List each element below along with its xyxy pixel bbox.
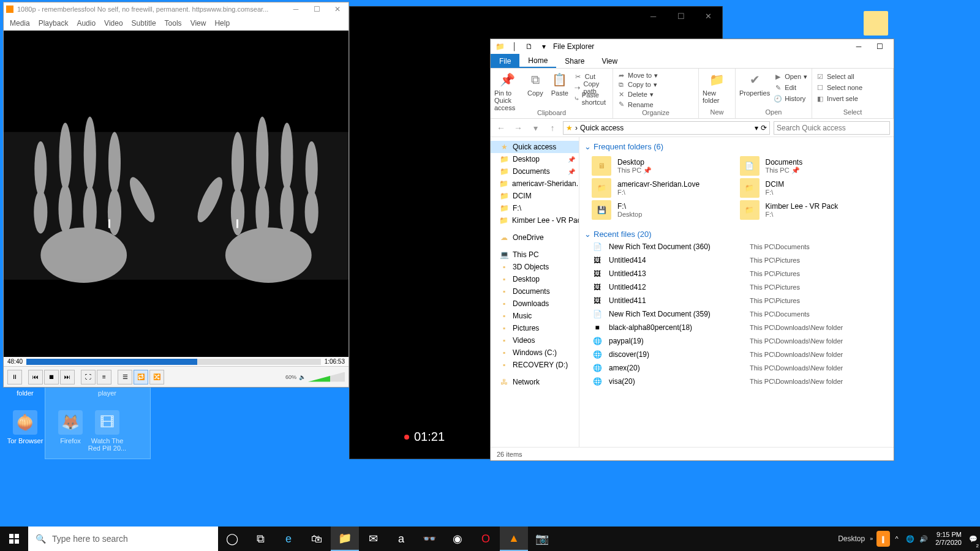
open-button[interactable]: ▶Open ▾ [774, 71, 807, 82]
camera-icon[interactable]: 📷 [528, 527, 556, 551]
nav-pc-item[interactable]: ▪Downloads [491, 298, 579, 310]
shuffle-button[interactable]: 🔀 [149, 370, 164, 384]
move-to-button[interactable]: ➦Move to ▾ [617, 71, 658, 80]
nav-item[interactable]: 📁americavr-Sheridan. [491, 178, 579, 190]
cortana-icon[interactable]: ◯ [218, 527, 246, 551]
minimize-button[interactable]: ─ [639, 7, 667, 25]
maximize-button[interactable]: ☐ [308, 3, 325, 15]
vlc-window[interactable]: 1080p - rememberlessfool No self, no fre… [3, 2, 349, 388]
file-explorer-icon[interactable]: 📁 [331, 527, 359, 551]
paste-button[interactable]: 📋Paste [549, 71, 570, 97]
nav-pc-item[interactable]: ▪Videos [491, 334, 579, 347]
nav-item[interactable]: 📁Documents📌 [491, 165, 579, 178]
frequent-folder[interactable]: 💾F:\Desktop [592, 200, 734, 220]
copy-to-button[interactable]: ⧉Copy to ▾ [617, 80, 657, 89]
recent-file-row[interactable]: 🌐amex(20)This PC\Downloads\New folder [579, 361, 894, 375]
recent-file-row[interactable]: ■black-alpha80percent(18)This PC\Downloa… [579, 321, 894, 334]
vlc-video-area[interactable] [4, 31, 349, 357]
taskbar-search[interactable]: 🔍 Type here to search [28, 527, 218, 551]
tray-app-icon[interactable]: ‖ [876, 527, 890, 551]
recent-file-row[interactable]: 📄New Rich Text Document (359)This PC\Doc… [579, 307, 894, 321]
copy-button[interactable]: ⧉Copy [525, 71, 546, 97]
pause-button[interactable]: ⏸ [7, 370, 22, 384]
recent-file-row[interactable]: 📄New Rich Text Document (360)This PC\Doc… [579, 240, 894, 253]
desktop-icon-tor[interactable]: 🧅Tor Browser [4, 410, 47, 444]
nav-pc-item[interactable]: ▪Music [491, 310, 579, 322]
nav-network[interactable]: 🖧Network [491, 376, 579, 388]
maximize-button[interactable]: ☐ [869, 40, 890, 53]
pin-button[interactable]: 📌Pin to Quick access [494, 71, 521, 111]
frequent-folder[interactable]: 📁americavr-Sheridan.LoveF:\ [592, 178, 734, 198]
menu-help[interactable]: Help [214, 19, 230, 28]
rename-button[interactable]: ✎Rename [617, 100, 654, 109]
recent-file-row[interactable]: 🖼Untitled413This PC\Pictures [579, 267, 894, 280]
action-center-icon[interactable]: 💬2 [967, 527, 980, 551]
recent-file-row[interactable]: 🖼Untitled411This PC\Pictures [579, 294, 894, 307]
tab-file[interactable]: File [491, 54, 519, 68]
store-icon[interactable]: 🛍 [303, 527, 331, 551]
vlc-taskbar-icon[interactable]: ▲ [500, 527, 528, 551]
nav-item[interactable]: 📁Kimber Lee - VR Pac [491, 214, 579, 227]
recent-file-row[interactable]: 🌐discover(19)This PC\Downloads\New folde… [579, 348, 894, 361]
minimize-button[interactable]: ─ [287, 3, 304, 15]
nav-onedrive[interactable]: ☁OneDrive [491, 231, 579, 244]
task-view-icon[interactable]: ⧉ [246, 527, 274, 551]
dropdown-icon[interactable]: ▾ [755, 124, 758, 132]
nav-item[interactable]: 📁Desktop📌 [491, 153, 579, 165]
maximize-button[interactable]: ☐ [667, 7, 695, 25]
edit-button[interactable]: ✎Edit [774, 82, 807, 93]
select-none-button[interactable]: ☐Select none [816, 82, 862, 93]
nav-pc-item[interactable]: ▪Documents [491, 285, 579, 298]
file-explorer-window[interactable]: 📁 │ 🗋 ▾ File Explorer ─ ☐ File Home Shar… [490, 39, 894, 461]
edge-icon[interactable]: e [274, 527, 303, 551]
history-button[interactable]: 🕘History [774, 93, 807, 104]
recent-file-row[interactable]: 🖼Untitled414This PC\Pictures [579, 253, 894, 267]
nav-pc-item[interactable]: ▪Pictures [491, 322, 579, 334]
nav-quick-access[interactable]: ★Quick access [491, 141, 579, 153]
frequent-folders-header[interactable]: ⌄ Frequent folders (6) [579, 141, 894, 152]
back-button[interactable]: ← [494, 121, 508, 135]
playlist-button[interactable]: ☰ [118, 370, 132, 384]
start-button[interactable] [0, 527, 28, 551]
fe-nav-pane[interactable]: ★Quick access📁Desktop📌📁Documents📌📁americ… [491, 137, 579, 447]
properties-button[interactable]: ✔Properties [739, 71, 770, 97]
properties-icon[interactable]: 🗋 [524, 42, 535, 51]
search-input[interactable] [777, 124, 887, 132]
network-icon[interactable]: 🌐 [903, 527, 917, 551]
loop-button[interactable]: 🔁 [134, 370, 148, 384]
menu-playback[interactable]: Playback [39, 19, 69, 28]
menu-audio[interactable]: Audio [77, 19, 96, 28]
tab-home[interactable]: Home [519, 54, 556, 68]
frequent-folder[interactable]: 📁DCIMF:\ [740, 178, 882, 198]
taskbar-clock[interactable]: 9:15 PM 2/7/2020 [930, 531, 967, 547]
nav-item[interactable]: 📁F:\ [491, 202, 579, 214]
search-box[interactable] [774, 121, 890, 135]
mail-icon[interactable]: ✉ [359, 527, 387, 551]
vlc-titlebar[interactable]: 1080p - rememberlessfool No self, no fre… [4, 2, 349, 16]
close-button[interactable]: ✕ [329, 3, 346, 15]
recent-dropdown[interactable]: ▾ [529, 121, 542, 135]
desktop-toolbar-label[interactable]: Desktop [833, 534, 870, 543]
show-hidden-icons[interactable]: ^ [890, 527, 903, 551]
nav-pc-item[interactable]: ▪3D Objects [491, 261, 579, 273]
nav-pc-item[interactable]: ▪Desktop [491, 273, 579, 285]
tripadvisor-icon[interactable]: 👓 [415, 527, 443, 551]
menu-subtitle[interactable]: Subtitle [132, 19, 156, 28]
invert-selection-button[interactable]: ◧Invert sele [816, 93, 858, 104]
menu-tools[interactable]: Tools [165, 19, 182, 28]
nav-this-pc[interactable]: 💻This PC [491, 249, 579, 261]
newfolder-icon[interactable]: ▾ [538, 42, 549, 51]
tab-share[interactable]: Share [556, 54, 593, 68]
address-bar[interactable]: ★ › ▾ ⟳ [563, 121, 770, 135]
refresh-icon[interactable]: ⟳ [761, 124, 767, 132]
settings-button[interactable]: ≡ [97, 370, 111, 384]
up-button[interactable]: ↑ [546, 121, 559, 135]
volume-tray-icon[interactable]: 🔊 [917, 527, 930, 551]
nav-pc-item[interactable]: ▪RECOVERY (D:) [491, 359, 579, 371]
delete-button[interactable]: ✕Delete ▾ [617, 89, 654, 100]
recent-file-row[interactable]: 🖼Untitled412This PC\Pictures [579, 280, 894, 294]
tab-view[interactable]: View [593, 54, 626, 68]
fullscreen-button[interactable]: ⛶ [81, 370, 96, 384]
menu-media[interactable]: Media [10, 19, 30, 28]
frequent-folder[interactable]: 📁Kimber Lee - VR PackF:\ [740, 200, 882, 220]
